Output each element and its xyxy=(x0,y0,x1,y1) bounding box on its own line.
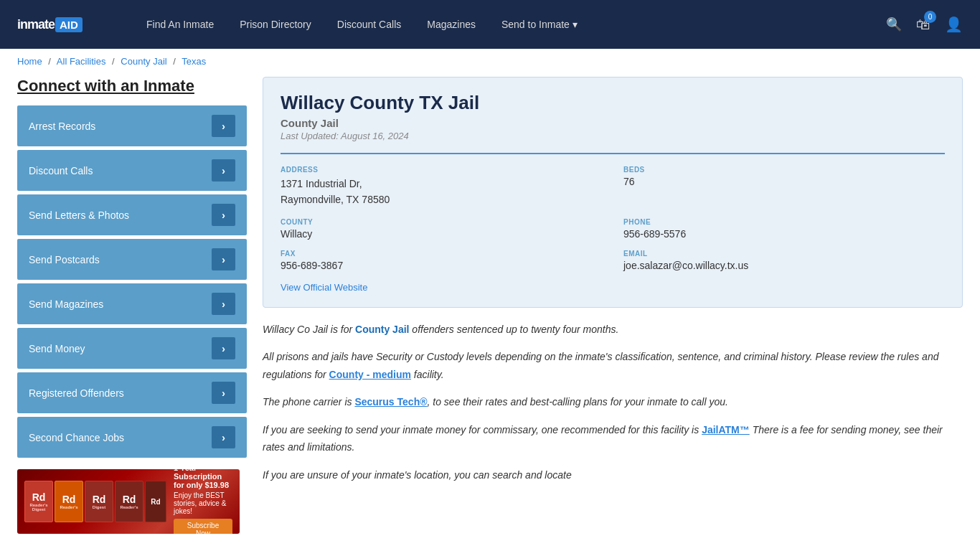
arrow-icon: › xyxy=(212,115,235,137)
desc-para-4: If you are seeking to send your inmate m… xyxy=(263,421,963,456)
cart-badge: 0 xyxy=(924,11,936,23)
logo-inmate: inmate xyxy=(17,17,55,32)
facility-card: Willacy County TX Jail County Jail Last … xyxy=(263,77,963,308)
detail-fax: FAX 956-689-3867 xyxy=(281,250,602,271)
sidebar-label: Send Letters & Photos xyxy=(29,209,129,221)
arrow-icon: › xyxy=(212,159,235,182)
sidebar-menu: Arrest Records › Discount Calls › Send L… xyxy=(17,105,247,458)
sidebar-label: Send Magazines xyxy=(29,298,103,310)
securus-highlight[interactable]: Securus Tech® xyxy=(354,396,427,408)
facility-type: County Jail xyxy=(281,117,945,129)
fax-value: 956-689-3867 xyxy=(281,260,602,271)
phone-value: 956-689-5576 xyxy=(623,228,945,240)
arrow-icon: › xyxy=(212,204,235,226)
arrow-icon: › xyxy=(212,382,235,404)
email-label: EMAIL xyxy=(623,250,945,258)
ad-magazines: Rd Reader's Digest Rd Reader's Rd Digest… xyxy=(24,481,166,522)
beds-label: BEDS xyxy=(623,166,945,174)
nav-prison-directory[interactable]: Prison Directory xyxy=(240,19,311,30)
desc-para-2: All prisons and jails have Security or C… xyxy=(263,348,963,383)
desc-para-1: Willacy Co Jail is for County Jail offen… xyxy=(263,321,963,339)
breadcrumb-home[interactable]: Home xyxy=(17,56,42,67)
ad-title: 1 Year Subscription for only $19.98 xyxy=(174,469,232,489)
sidebar-title: Connect with an Inmate xyxy=(17,77,247,95)
desc-p1-before: Willacy Co Jail is for xyxy=(263,324,355,335)
ad-subtitle: Enjoy the BEST stories, advice & jokes! xyxy=(174,491,232,515)
arrow-icon: › xyxy=(212,337,235,359)
sidebar: Connect with an Inmate Arrest Records › … xyxy=(17,77,247,534)
nav-discount-calls[interactable]: Discount Calls xyxy=(337,19,401,30)
facility-details-grid: ADDRESS 1371 Industrial Dr,Raymondville,… xyxy=(281,153,945,293)
breadcrumb-sep-2: / xyxy=(112,56,115,67)
desc-para-5: If you are unsure of your inmate's locat… xyxy=(263,466,963,484)
desc-para-3: The phone carrier is Securus Tech®, to s… xyxy=(263,393,963,411)
content-area: Willacy County TX Jail County Jail Last … xyxy=(263,77,963,534)
sidebar-item-registered-offenders[interactable]: Registered Offenders › xyxy=(17,372,247,413)
nav-magazines[interactable]: Magazines xyxy=(427,19,476,30)
user-icon[interactable]: 👤 xyxy=(945,16,963,33)
logo-atm: AID xyxy=(55,17,83,32)
sidebar-ad: Rd Reader's Digest Rd Reader's Rd Digest… xyxy=(17,469,247,534)
email-value: joe.salazar@co.willacy.tx.us xyxy=(623,260,945,271)
view-official-website-link[interactable]: View Official Website xyxy=(281,282,367,293)
desc-p1-after: offenders sentenced up to twenty four mo… xyxy=(409,324,618,335)
jailatm-highlight[interactable]: JailATM™ xyxy=(702,424,750,435)
sidebar-label: Arrest Records xyxy=(29,121,95,132)
detail-county: COUNTY Willacy xyxy=(281,218,602,240)
sidebar-label: Registered Offenders xyxy=(29,387,124,399)
sidebar-item-send-letters[interactable]: Send Letters & Photos › xyxy=(17,194,247,235)
website-row: View Official Website xyxy=(281,281,945,293)
sidebar-item-send-postcards[interactable]: Send Postcards › xyxy=(17,239,247,280)
facility-name: Willacy County TX Jail xyxy=(281,92,945,114)
site-header: inmate AID Find An Inmate Prison Directo… xyxy=(0,0,980,49)
desc-p4-before: If you are seeking to send your inmate m… xyxy=(263,424,702,435)
county-label: COUNTY xyxy=(281,218,602,226)
breadcrumb-sep-3: / xyxy=(173,56,176,67)
ad-box[interactable]: Rd Reader's Digest Rd Reader's Rd Digest… xyxy=(17,469,240,534)
arrow-icon: › xyxy=(212,293,235,315)
logo[interactable]: inmate AID xyxy=(17,17,132,32)
detail-email: EMAIL joe.salazar@co.willacy.tx.us xyxy=(623,250,945,271)
header-actions: 🔍 🛍 0 👤 xyxy=(886,16,963,33)
main-nav: Find An Inmate Prison Directory Discount… xyxy=(146,19,886,30)
breadcrumb: Home / All Facilities / County Jail / Te… xyxy=(0,49,980,74)
main-layout: Connect with an Inmate Arrest Records › … xyxy=(0,74,980,548)
ad-subscribe-button[interactable]: Subscribe Now xyxy=(174,519,232,534)
detail-beds: BEDS 76 xyxy=(623,166,945,208)
beds-value: 76 xyxy=(623,176,945,187)
arrow-icon: › xyxy=(212,248,235,270)
nav-send-to-inmate[interactable]: Send to Inmate ▾ xyxy=(501,19,578,30)
nav-find-inmate[interactable]: Find An Inmate xyxy=(146,19,214,30)
desc-p2-after: facility. xyxy=(411,369,444,380)
arrow-icon: › xyxy=(212,426,235,448)
county-value: Willacy xyxy=(281,228,602,240)
sidebar-item-discount-calls[interactable]: Discount Calls › xyxy=(17,150,247,191)
breadcrumb-sep-1: / xyxy=(48,56,51,67)
desc-p3-before: The phone carrier is xyxy=(263,396,354,408)
address-label: ADDRESS xyxy=(281,166,602,174)
facility-description: Willacy Co Jail is for County Jail offen… xyxy=(263,321,963,484)
address-value: 1371 Industrial Dr,Raymondville, TX 7858… xyxy=(281,176,602,208)
detail-phone: PHONE 956-689-5576 xyxy=(623,218,945,240)
sidebar-item-send-magazines[interactable]: Send Magazines › xyxy=(17,283,247,324)
county-medium-highlight[interactable]: County - medium xyxy=(329,369,411,380)
breadcrumb-state[interactable]: Texas xyxy=(182,56,206,67)
breadcrumb-county-jail[interactable]: County Jail xyxy=(121,56,166,67)
sidebar-label: Send Money xyxy=(29,343,85,354)
fax-label: FAX xyxy=(281,250,602,258)
desc-p3-after: , to see their rates and best-calling pl… xyxy=(428,396,728,408)
sidebar-item-arrest-records[interactable]: Arrest Records › xyxy=(17,105,247,146)
detail-address: ADDRESS 1371 Industrial Dr,Raymondville,… xyxy=(281,166,602,208)
breadcrumb-all-facilities[interactable]: All Facilities xyxy=(57,56,106,67)
county-jail-highlight[interactable]: County Jail xyxy=(355,324,409,335)
sidebar-item-second-chance-jobs[interactable]: Second Chance Jobs › xyxy=(17,417,247,458)
sidebar-label: Send Postcards xyxy=(29,254,100,265)
ad-text: 1 Year Subscription for only $19.98 Enjo… xyxy=(174,469,232,534)
cart-wrapper[interactable]: 🛍 0 xyxy=(916,17,930,33)
sidebar-label: Second Chance Jobs xyxy=(29,432,124,443)
phone-label: PHONE xyxy=(623,218,945,226)
search-icon[interactable]: 🔍 xyxy=(886,17,902,32)
sidebar-label: Discount Calls xyxy=(29,165,93,176)
sidebar-item-send-money[interactable]: Send Money › xyxy=(17,328,247,369)
facility-last-updated: Last Updated: August 16, 2024 xyxy=(281,131,945,141)
